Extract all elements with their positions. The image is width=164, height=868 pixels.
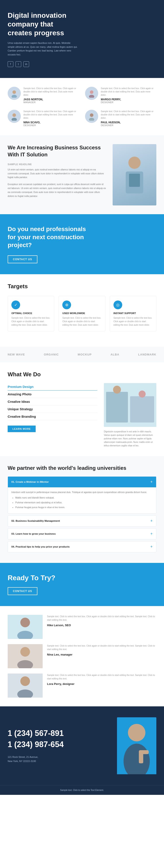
team2-image-2 [8, 644, 43, 668]
accordion-header-1[interactable]: 01. Create a Webinar in iMentor + [8, 476, 156, 487]
target-text-2: Sample text. Click to select the text bo… [62, 316, 101, 327]
accordion-header-3[interactable]: 03. Learn how to grow your business + [8, 528, 156, 539]
accordion-point-1-3: Pulvinar feugiat purus feuga in vitue et… [15, 505, 153, 509]
logos-section: NEW WAVE ORGANIC Mockup Alba LANDMARK [0, 347, 164, 362]
accordion-header-4[interactable]: 04. Practical tips to help you price you… [8, 541, 156, 552]
it-body2: Excepteur sint occaecat cupidatat non pr… [8, 182, 106, 198]
ready-title: Ready To Try? [8, 574, 156, 582]
accordion-point-1-1: Mattis nunc sed blandit libero volutpat. [15, 496, 153, 500]
what-list: Premium Design Amazing Photo Creative Id… [8, 383, 97, 420]
accordion-label-2: 02. Business Sustainability Management [11, 520, 60, 522]
accordion-item-1: 01. Create a Webinar in iMentor + Interd… [8, 476, 156, 514]
hero-description: Urna vulputat ornare sapien faucibus non… [8, 41, 78, 57]
what-item-2[interactable]: Amazing Photo [8, 391, 97, 398]
logo-5: LANDMARK [138, 353, 156, 356]
target-icon-3: ◎ [114, 301, 122, 309]
it-image [113, 144, 156, 206]
target-card-2: ⊕ USED WORLDWIDE Sample text. Click to s… [58, 296, 105, 331]
avatar-3 [8, 110, 21, 123]
team2-section: Sample text. Click to select the text bo… [0, 606, 164, 706]
svg-rect-12 [106, 392, 128, 423]
svg-point-5 [11, 118, 17, 121]
svg-point-20 [20, 647, 30, 657]
accordion-plus-2: + [150, 519, 153, 523]
svg-rect-13 [130, 396, 154, 423]
team2-sample-3: Sample text. Click to select the text bo… [47, 674, 156, 681]
footer-text: Sample text. Click to select the Text El… [60, 789, 104, 791]
accordion-text-1: Interdum velit suscipit in pellentesque … [11, 490, 153, 494]
team-role-3: DESIGNER [24, 124, 79, 127]
team-role-4: DESIGNER [101, 124, 156, 127]
targets-section: Targets ✓ OPTiMAL choice Sample text. Cl… [0, 274, 164, 347]
cta-contact-button[interactable]: CONTACT US [8, 255, 37, 263]
svg-point-23 [20, 676, 30, 686]
svg-point-1 [11, 95, 17, 98]
what-item-1[interactable]: Premium Design [8, 383, 97, 391]
team2-item-2: Sample text. Click to select the text bo… [8, 644, 156, 668]
contact-section: 1 (234) 567-891 1 (234) 987-654 121 Rock… [0, 706, 164, 785]
phone-1: 1 (234) 567-891 [8, 728, 102, 739]
what-item-4[interactable]: Unique Strategy [8, 405, 97, 413]
target-text-3: Sample text. Click to select the text bo… [114, 316, 153, 327]
team-member-1: Sample text. Click to select the text bo… [8, 87, 79, 103]
svg-point-17 [20, 618, 30, 627]
team2-item-3: Sample text. Click to select the text bo… [8, 674, 156, 698]
accordion-label-4: 04. Practical tips to help you price you… [11, 546, 70, 548]
contact-person-image [117, 717, 156, 774]
accordion-label-1: 01. Create a Webinar in iMentor [11, 480, 49, 483]
footer: Sample text. Click to select the Text El… [0, 785, 164, 795]
target-title-2: USED WORLDWIDE [62, 312, 101, 314]
team-name-1: JASS NORTON, [24, 98, 79, 101]
facebook-icon[interactable]: f [8, 61, 13, 67]
team-sample-4: Sample text. Click to select the text bo… [101, 110, 156, 120]
team-role-2: DESIGNER [101, 101, 156, 103]
team2-image-3 [8, 674, 43, 698]
twitter-icon[interactable]: t [15, 61, 21, 67]
target-text-1: Sample text. Click to select the text bo… [11, 316, 50, 327]
accordion-item-4: 04. Practical tips to help you price you… [8, 541, 156, 552]
uni-title: We partner with the world's leading univ… [8, 465, 156, 471]
team-name-4: PAUL HUDSON, [101, 121, 156, 124]
hero-section: Digital innovation company that creates … [0, 0, 164, 78]
what-image [104, 383, 156, 427]
linkedin-icon[interactable]: in [24, 61, 29, 67]
svg-point-6 [90, 114, 93, 117]
accordion-plus-3: + [150, 532, 153, 536]
team-member-3: Sample text. Click to select the text bo… [8, 110, 79, 127]
what-item-3[interactable]: Creative Ideas [8, 398, 97, 405]
it-body1: Ut enim ad minim veniam, quis nostrud ex… [8, 168, 106, 180]
address-line2: New York, NY 22222-3100 [8, 760, 36, 763]
accordion-list-1: Mattis nunc sed blandit libero volutpat.… [11, 496, 153, 509]
team-name-2: MARGO PERRY, [101, 98, 156, 101]
ready-section: Ready To Try? CONTACT US [0, 563, 164, 606]
team-role-1: MANAGER [24, 101, 79, 103]
social-icons: f t in [8, 61, 156, 67]
cta-title: Do you need professionals for your next … [8, 225, 91, 249]
what-item-5[interactable]: Creative Branding [8, 413, 97, 420]
avatar-1 [8, 87, 21, 100]
team2-name-2: Nina Leo, manager [47, 653, 156, 656]
accordion-plus-1: + [150, 480, 153, 484]
team2-image-1 [8, 615, 43, 639]
what-section: What We Do Premium Design Amazing Photo … [0, 362, 164, 456]
svg-point-3 [89, 95, 94, 98]
ready-contact-button[interactable]: CONTACT US [8, 587, 37, 595]
accordion-item-3: 03. Learn how to grow your business + [8, 528, 156, 539]
accordion-header-2[interactable]: 02. Business Sustainability Management + [8, 516, 156, 526]
it-sample-headline: SAMPLE HEADLINE [8, 163, 106, 165]
target-card-1: ✓ OPTiMAL choice Sample text. Click to s… [8, 296, 54, 331]
targets-title: Targets [8, 283, 156, 290]
target-title-1: OPTiMAL choice [11, 312, 50, 314]
svg-point-26 [128, 724, 146, 741]
phone-2: 1 (234) 987-654 [8, 739, 102, 750]
team2-sample-2: Sample text. Click to select the text bo… [47, 644, 156, 651]
cta-section: Do you need professionals for your next … [0, 214, 164, 274]
target-icon-2: ⊕ [62, 301, 71, 309]
team-sample-1: Sample text. Click to select the text bo… [24, 87, 79, 97]
logo-1: NEW WAVE [8, 353, 25, 356]
team-member-4: Sample text. Click to select the text bo… [85, 110, 156, 127]
svg-rect-10 [129, 174, 140, 187]
targets-grid: ✓ OPTiMAL choice Sample text. Click to s… [8, 296, 156, 331]
svg-point-8 [128, 157, 140, 169]
learn-more-button[interactable]: LEARN MORE [8, 426, 36, 432]
